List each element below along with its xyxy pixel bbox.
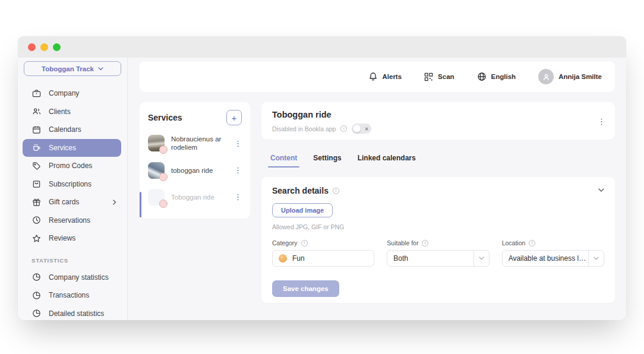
kebab-menu-icon[interactable]: ⋮ <box>234 140 242 147</box>
service-list-item-selected[interactable]: Toboggan ride ⋮ <box>148 189 242 206</box>
search-details-title: Search details <box>272 186 329 195</box>
alerts-label: Alerts <box>383 73 402 80</box>
qr-code-icon <box>424 72 433 81</box>
service-list-item[interactable]: toboggan ride ⋮ <box>148 162 242 179</box>
category-field: Category i Fun <box>272 239 374 267</box>
workspace-switcher[interactable]: Toboggan Track <box>24 61 121 76</box>
sidebar-item-reviews[interactable]: Reviews <box>18 229 127 248</box>
statistics-section-label: STATISTICS <box>18 257 127 264</box>
workspace-name: Toboggan Track <box>42 65 94 72</box>
info-icon[interactable]: i <box>301 240 308 246</box>
main-content: Alerts Scan English <box>128 58 626 320</box>
sidebar-item-services[interactable]: Services <box>23 139 121 157</box>
scan-button[interactable]: Scan <box>424 72 454 81</box>
pie-chart-icon <box>31 290 41 300</box>
top-bar: Alerts Scan English <box>140 61 615 92</box>
services-panel-title: Services <box>148 113 182 122</box>
chevron-down-icon <box>98 67 103 71</box>
suitable-for-select[interactable]: Both <box>387 250 489 267</box>
scan-label: Scan <box>438 73 454 80</box>
tab-content[interactable]: Content <box>270 154 297 167</box>
sidebar-item-subscriptions[interactable]: Subscriptions <box>18 175 127 194</box>
sidebar-item-company[interactable]: Company <box>18 84 127 103</box>
service-thumbnail <box>148 135 165 151</box>
gift-icon <box>31 197 41 207</box>
service-list-item[interactable]: Nobraucienus ar rodeliem ⋮ <box>148 135 242 152</box>
tag-icon <box>31 161 41 170</box>
location-select[interactable]: Available at business loca… <box>502 250 604 267</box>
sidebar-item-promo-codes[interactable]: Promo Codes <box>18 157 127 175</box>
disabled-label: Disabled in Bookla app <box>272 125 336 132</box>
info-icon[interactable]: i <box>422 240 428 246</box>
pie-chart-icon <box>31 309 41 318</box>
pie-chart-icon <box>31 273 41 282</box>
clock-icon <box>31 216 41 225</box>
service-options-kebab-icon[interactable]: ⋮ <box>598 118 605 125</box>
zoom-window-button[interactable] <box>53 43 61 51</box>
kebab-menu-icon[interactable]: ⋮ <box>234 193 242 201</box>
location-value: Available at business loca… <box>509 254 588 263</box>
bell-icon <box>368 72 378 81</box>
app-window: Toboggan Track Company Clients <box>18 36 626 320</box>
toggle-knob <box>353 125 361 132</box>
sidebar-item-label: Reviews <box>49 234 75 242</box>
sidebar-item-reservations[interactable]: Reservations <box>18 211 127 230</box>
star-icon <box>31 233 41 243</box>
info-icon[interactable]: i <box>529 240 535 246</box>
upload-image-button[interactable]: Upload image <box>272 203 333 217</box>
suitable-for-label: Suitable for <box>387 239 418 246</box>
suitable-for-field: Suitable for i Both <box>387 239 489 267</box>
kebab-menu-icon[interactable]: ⋮ <box>234 166 242 174</box>
sidebar-item-clients[interactable]: Clients <box>18 103 127 121</box>
collapse-chevron-icon[interactable] <box>598 188 604 192</box>
sidebar-item-label: Subscriptions <box>49 180 91 188</box>
avatar <box>538 69 554 84</box>
minimize-window-button[interactable] <box>40 43 48 51</box>
service-name: Nobraucienus ar rodeliem <box>171 135 228 152</box>
sidebar-item-detailed-statistics[interactable]: Detailed statistics <box>18 305 127 321</box>
sidebar-item-label: Calendars <box>49 125 81 134</box>
plus-icon: + <box>232 113 237 122</box>
sidebar-item-label: Promo Codes <box>49 162 92 170</box>
globe-icon <box>477 72 487 81</box>
toggle-off-icon: ✕ <box>365 126 369 131</box>
sidebar-item-label: Services <box>49 144 76 152</box>
save-changes-button[interactable]: Save changes <box>272 280 339 297</box>
service-name: Toboggan ride <box>171 193 214 201</box>
suitable-for-value: Both <box>393 254 473 263</box>
info-icon[interactable]: i <box>333 188 339 194</box>
bookla-app-toggle[interactable]: ✕ <box>352 124 371 134</box>
tab-linked-calendars[interactable]: Linked calendars <box>358 154 416 167</box>
language-selector[interactable]: English <box>477 72 516 81</box>
briefcase-icon <box>31 88 41 98</box>
chevron-down-icon <box>473 251 489 266</box>
status-badge <box>159 173 168 181</box>
sidebar-item-calendars[interactable]: Calendars <box>18 121 127 139</box>
desktop: Toboggan Track Company Clients <box>0 0 644 354</box>
info-icon[interactable]: i <box>340 125 347 132</box>
location-label: Location <box>502 239 526 246</box>
calendar-icon <box>31 125 41 134</box>
sidebar-item-transactions[interactable]: Transactions <box>18 286 127 305</box>
sidebar-item-company-statistics[interactable]: Company statistics <box>18 268 127 287</box>
sidebar-item-label: Company <box>49 89 79 97</box>
alerts-button[interactable]: Alerts <box>368 72 402 81</box>
sidebar-item-label: Detailed statistics <box>49 309 104 318</box>
upload-hint: Allowed JPG, GIF or PNG <box>272 223 604 230</box>
sidebar: Toboggan Track Company Clients <box>18 58 128 320</box>
service-thumbnail <box>148 162 165 179</box>
sidebar-item-label: Company statistics <box>49 273 109 282</box>
service-detail-header: Toboggan ride Disabled in Bookla app i ✕… <box>261 102 615 140</box>
close-window-button[interactable] <box>28 43 36 51</box>
sidebar-item-gift-cards[interactable]: Gift cards <box>18 193 127 211</box>
user-name: Annija Smilte <box>558 73 602 80</box>
fun-emoji-icon <box>279 254 287 263</box>
search-details-section: Search details i Upload image Allowed JP… <box>261 177 615 303</box>
sidebar-item-label: Gift cards <box>49 198 79 206</box>
tab-settings[interactable]: Settings <box>313 154 341 167</box>
category-select[interactable]: Fun <box>272 250 374 267</box>
service-thumbnail <box>148 189 165 206</box>
user-menu[interactable]: Annija Smilte <box>538 69 602 84</box>
add-service-button[interactable]: + <box>226 110 242 125</box>
chevron-right-icon <box>113 200 116 205</box>
